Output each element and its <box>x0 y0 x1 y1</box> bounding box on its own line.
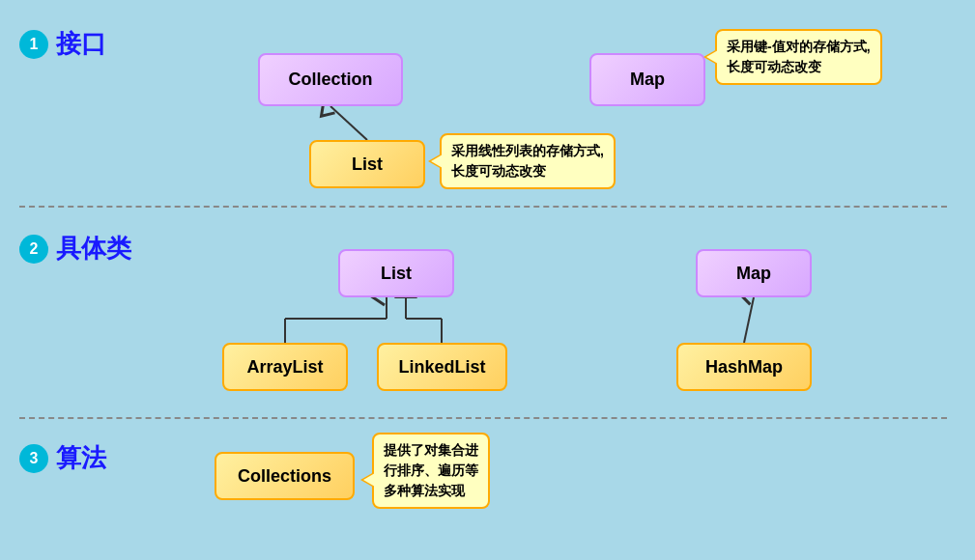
callout-keyvalue: 采用键-值对的存储方式,长度可动态改变 <box>715 29 882 85</box>
arraylist-box: ArrayList <box>222 343 348 391</box>
section2-label: 2 具体类 <box>19 232 131 266</box>
section3-number: 3 <box>19 444 48 473</box>
svg-line-8 <box>744 297 754 343</box>
collections-box: Collections <box>215 452 355 500</box>
list1-box: List <box>309 140 425 188</box>
section1-title: 接口 <box>56 27 106 61</box>
section1-number: 1 <box>19 30 48 59</box>
hashmap-box: HashMap <box>676 343 812 391</box>
divider1 <box>19 206 947 208</box>
section1-label: 1 接口 <box>19 27 106 61</box>
collection-box: Collection <box>258 53 403 106</box>
section3-title: 算法 <box>56 441 106 475</box>
section3-label: 3 算法 <box>19 441 106 475</box>
callout-linearlist: 采用线性列表的存储方式,长度可动态改变 <box>440 133 616 189</box>
svg-line-0 <box>330 106 367 140</box>
section2-number: 2 <box>19 235 48 264</box>
section2-title: 具体类 <box>56 232 131 266</box>
linkedlist-box: LinkedList <box>377 343 507 391</box>
map1-box: Map <box>589 53 705 106</box>
divider2 <box>19 417 947 419</box>
map2-box: Map <box>696 249 812 297</box>
callout-algorithm: 提供了对集合进行排序、遍历等多种算法实现 <box>372 433 490 509</box>
list2-box: List <box>338 249 454 297</box>
